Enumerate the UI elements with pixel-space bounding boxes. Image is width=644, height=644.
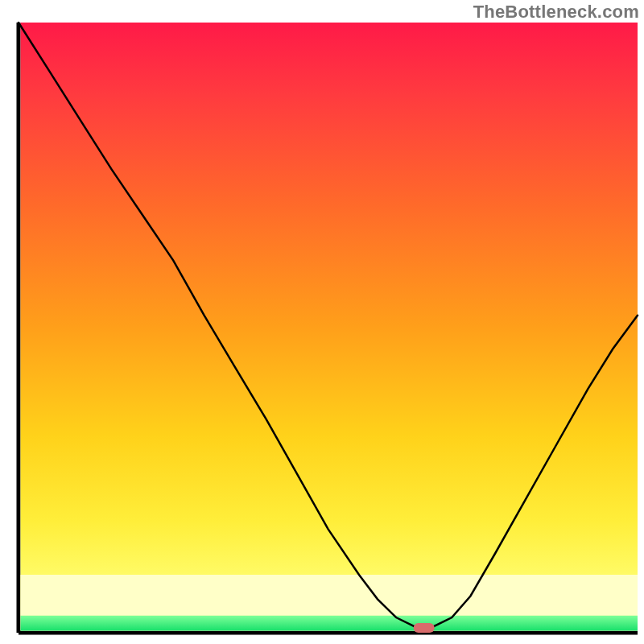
svg-rect-2: [21, 23, 638, 631]
plot-background: [21, 23, 638, 631]
watermark-text: TheBottleneck.com: [473, 2, 639, 23]
sweet-spot-marker: [414, 623, 435, 633]
svg-rect-4: [21, 616, 638, 631]
svg-rect-3: [21, 575, 638, 616]
bottleneck-chart: [0, 0, 644, 644]
chart-frame: TheBottleneck.com: [0, 0, 644, 644]
